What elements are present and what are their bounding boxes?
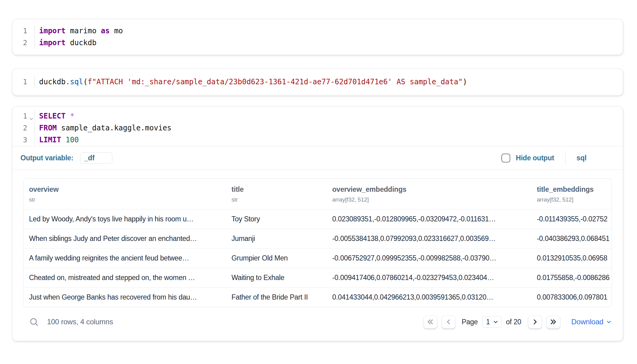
table-cell: Waiting to Exhale bbox=[226, 268, 327, 287]
line-number: 1 bbox=[13, 110, 35, 122]
code-line[interactable]: FROM sample_data.kaggle.movies bbox=[39, 122, 623, 134]
hide-output-label[interactable]: Hide output bbox=[516, 154, 554, 162]
code-editor[interactable]: duckdb.sql(f"ATTACH 'md:_share/sample_da… bbox=[35, 76, 623, 88]
code-line[interactable]: import marimo as mo bbox=[39, 25, 623, 37]
table-cell: 0.041433044,0.042966213,0.0039591365,0.0… bbox=[327, 288, 531, 307]
output-variable-input[interactable] bbox=[80, 152, 112, 164]
code-editor[interactable]: import marimo as moimport duckdb bbox=[35, 25, 623, 49]
page-select-value: 1 bbox=[486, 318, 490, 326]
line-number-gutter: 12 bbox=[13, 25, 35, 49]
code-editor[interactable]: SELECT *FROM sample_data.kaggle.moviesLI… bbox=[35, 110, 623, 146]
code-cell-imports: 12 import marimo as moimport duckdb bbox=[12, 19, 623, 55]
prev-page-button[interactable] bbox=[442, 315, 456, 329]
page-select[interactable]: 1 bbox=[482, 316, 502, 328]
chevron-down-icon bbox=[606, 319, 612, 325]
line-number-gutter: 1 bbox=[13, 76, 35, 88]
column-header-overview[interactable]: overviewstr bbox=[24, 179, 226, 209]
download-label: Download bbox=[571, 318, 603, 326]
download-button[interactable]: Download bbox=[571, 318, 612, 326]
column-type: array[f32, 512] bbox=[332, 196, 528, 204]
table-cell: -0.006752927,0.099952355,-0.009982588,-0… bbox=[327, 249, 531, 268]
table-row[interactable]: Cheated on, mistreated and stepped on, t… bbox=[24, 268, 612, 287]
table-row[interactable]: Led by Woody, Andy's toys live happily i… bbox=[24, 209, 612, 229]
code-line[interactable]: SELECT * bbox=[39, 110, 623, 122]
table-row[interactable]: Just when George Banks has recovered fro… bbox=[24, 287, 612, 307]
table-cell: -0.0055384138,0.07992093,0.023316627,0.0… bbox=[327, 229, 531, 248]
first-page-button[interactable] bbox=[423, 315, 437, 329]
table-cell: 0.01755858,-0.0086286 bbox=[531, 268, 612, 287]
column-type: str bbox=[29, 196, 223, 204]
cell-output-area: overviewstrtitlestroverview_embeddingsar… bbox=[13, 170, 623, 332]
output-variable-label: Output variable: bbox=[20, 154, 73, 162]
table-header-row: overviewstrtitlestroverview_embeddingsar… bbox=[24, 179, 612, 209]
column-type: str bbox=[231, 196, 324, 204]
column-header-overview_embeddings[interactable]: overview_embeddingsarray[f32, 512] bbox=[327, 179, 531, 209]
column-name: overview bbox=[29, 185, 223, 194]
fold-chevron-icon[interactable] bbox=[29, 113, 34, 119]
notebook-page: 12 import marimo as moimport duckdb 1 du… bbox=[0, 19, 637, 364]
divider bbox=[565, 151, 566, 164]
table-cell: 0.0132910535,0.06958 bbox=[531, 249, 612, 268]
table-cell: -0.011439355,-0.02752 bbox=[531, 209, 612, 229]
column-header-title_embeddings[interactable]: title_embeddingsarray[f32, 512] bbox=[531, 179, 612, 209]
code-line[interactable]: import duckdb bbox=[39, 37, 623, 49]
table-cell: Just when George Banks has recovered fro… bbox=[24, 288, 226, 307]
code-cell-attach: 1 duckdb.sql(f"ATTACH 'md:_share/sample_… bbox=[12, 68, 623, 96]
column-name: overview_embeddings bbox=[332, 185, 528, 194]
row-count-summary: 100 rows, 4 columns bbox=[47, 318, 113, 326]
line-number: 2 bbox=[13, 122, 35, 134]
code-line[interactable]: duckdb.sql(f"ATTACH 'md:_share/sample_da… bbox=[39, 76, 623, 88]
line-number: 3 bbox=[13, 134, 35, 146]
column-type: array[f32, 512] bbox=[537, 196, 609, 204]
table-cell: -0.009417406,0.07860214,-0.023279453,0.0… bbox=[327, 268, 531, 287]
sql-cell-toolbar: Output variable: Hide output sql bbox=[13, 146, 623, 169]
prev-page-icon bbox=[445, 318, 453, 326]
table-row[interactable]: When siblings Judy and Peter discover an… bbox=[24, 229, 612, 248]
table-cell: -0.040386293,0.068451 bbox=[531, 229, 612, 248]
table-cell: Jumanji bbox=[226, 229, 327, 248]
table-cell: Led by Woody, Andy's toys live happily i… bbox=[24, 209, 226, 229]
column-header-title[interactable]: titlestr bbox=[226, 179, 327, 209]
page-total-label: of 20 bbox=[506, 318, 521, 326]
table-cell: A family wedding reignites the ancient f… bbox=[24, 249, 226, 268]
table-body: Led by Woody, Andy's toys live happily i… bbox=[24, 209, 612, 307]
table-cell: Cheated on, mistreated and stepped on, t… bbox=[24, 268, 226, 287]
page-label: Page bbox=[462, 318, 478, 326]
table-cell: When siblings Judy and Peter discover an… bbox=[24, 229, 226, 248]
table-cell: 0.023089351,-0.012809965,-0.03209472,-0.… bbox=[327, 209, 531, 229]
code-line[interactable]: LIMIT 100 bbox=[39, 134, 623, 146]
line-number-gutter: 123 bbox=[13, 110, 35, 146]
table-cell: Father of the Bride Part II bbox=[226, 288, 327, 307]
table-cell: Grumpier Old Men bbox=[226, 249, 327, 268]
language-badge: sql bbox=[577, 154, 587, 162]
chevron-down-icon bbox=[493, 319, 499, 325]
last-page-button[interactable] bbox=[546, 315, 560, 329]
line-number: 2 bbox=[13, 37, 35, 49]
hide-output-checkbox[interactable] bbox=[501, 154, 510, 162]
pagination-controls: Page 1 of 20 bbox=[423, 315, 612, 329]
dataframe-table: overviewstrtitlestroverview_embeddingsar… bbox=[23, 178, 612, 307]
table-cell: 0.007833006,0.097801 bbox=[531, 288, 612, 307]
column-name: title_embeddings bbox=[537, 185, 609, 194]
table-cell: Toy Story bbox=[226, 209, 327, 229]
last-page-icon bbox=[549, 318, 557, 326]
sql-cell: 123 SELECT *FROM sample_data.kaggle.movi… bbox=[12, 106, 623, 341]
next-page-button[interactable] bbox=[528, 315, 542, 329]
search-button[interactable] bbox=[29, 317, 39, 327]
table-footer: 100 rows, 4 columns Page 1 bbox=[23, 312, 612, 332]
first-page-icon bbox=[426, 318, 434, 326]
next-page-icon bbox=[531, 318, 539, 326]
line-number: 1 bbox=[13, 76, 35, 88]
column-name: title bbox=[231, 185, 324, 194]
table-row[interactable]: A family wedding reignites the ancient f… bbox=[24, 248, 612, 268]
search-icon bbox=[29, 317, 39, 327]
line-number: 1 bbox=[13, 25, 35, 37]
